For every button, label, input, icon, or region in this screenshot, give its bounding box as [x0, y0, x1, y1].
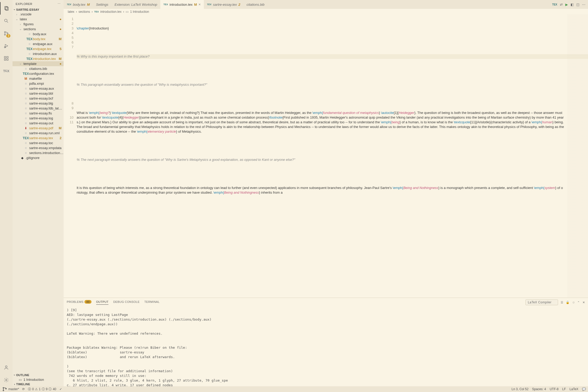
- tree-item[interactable]: ⌄latex●: [13, 17, 64, 22]
- tab-debug-console[interactable]: DEBUG CONSOLE: [113, 300, 139, 304]
- tree-item[interactable]: ≡sartre-essay.bcf: [13, 96, 64, 101]
- indentation[interactable]: Spaces: 4: [532, 387, 546, 391]
- tree-item[interactable]: ≡body.aux: [13, 32, 64, 36]
- tree-item[interactable]: ≡sartre-essay.blg: [13, 101, 64, 106]
- encoding[interactable]: UTF-8: [550, 387, 559, 391]
- svg-point-5: [4, 34, 5, 35]
- breadcrumb-item[interactable]: sections: [78, 10, 90, 14]
- check-icon[interactable]: ✓: [59, 387, 62, 391]
- breadcrumbs[interactable]: latex›sections›TEXintroduction.tex›▭1 In…: [64, 9, 588, 15]
- file-label: makefile: [29, 77, 64, 81]
- tree-item[interactable]: ›template●: [13, 61, 64, 66]
- run-debug-icon[interactable]: [0, 40, 13, 52]
- language-mode[interactable]: LaTeX: [569, 387, 578, 391]
- tree-item[interactable]: ⬇sartre-essay.pdfM: [13, 126, 64, 131]
- editor-tab[interactable]: TEXbody.texM: [64, 0, 93, 9]
- tree-item[interactable]: ≡sartre-essay.run.xml: [13, 131, 64, 136]
- timeline-section[interactable]: TIMELINE: [13, 382, 64, 386]
- file-label: sartre-essay.bbl: [29, 91, 64, 95]
- split-right-icon[interactable]: ◧: [571, 3, 574, 7]
- close-tab-icon[interactable]: ×: [199, 2, 201, 7]
- bottom-panel: PROBLEMS 49 OUTPUT DEBUG CONSOLE TERMINA…: [64, 298, 588, 386]
- tree-item[interactable]: ≡sartre-essay.fls: [13, 111, 64, 116]
- git-branch[interactable]: master*: [2, 387, 19, 392]
- lock-icon[interactable]: 🔓: [566, 301, 569, 304]
- tree-item[interactable]: ≡sartre-essay.toc: [13, 140, 64, 145]
- settings-gear-icon[interactable]: [0, 374, 13, 386]
- chevron-down-icon: [14, 373, 15, 377]
- more-icon[interactable]: ⋯: [582, 3, 585, 7]
- split-icon[interactable]: ◫: [576, 3, 579, 7]
- tree-item[interactable]: TEXbody.texM: [13, 36, 64, 41]
- tree-item[interactable]: ≡sartre-essay.aux: [13, 86, 64, 91]
- tex-action-icon[interactable]: TEX: [552, 3, 557, 6]
- editor-tab[interactable]: Extension: LaTeX Workshop: [112, 0, 161, 9]
- file-label: sartre-essay.fdb_latexmk: [29, 106, 64, 110]
- project-section[interactable]: SARTRE-ESSAY: [13, 8, 64, 12]
- tree-item[interactable]: TEXconfiguration.tex: [13, 71, 64, 76]
- tex-icon[interactable]: TEX: [0, 65, 13, 77]
- file-label: sections: [23, 27, 59, 31]
- code-content[interactable]: \chapter{Introduction} % Why is this inq…: [77, 15, 588, 298]
- compare-icon[interactable]: ⇄: [560, 3, 563, 7]
- tab-problems[interactable]: PROBLEMS 49: [67, 300, 91, 304]
- source-control-icon[interactable]: 3: [0, 27, 13, 40]
- tree-item[interactable]: ≡pdfa.xmpi: [13, 81, 64, 86]
- breadcrumb-item[interactable]: latex: [68, 10, 74, 14]
- search-icon[interactable]: [0, 15, 13, 27]
- outline-item[interactable]: ▭ 1 Introduction: [13, 377, 64, 382]
- tree-item[interactable]: ◆.gitignore: [13, 155, 64, 160]
- tex-file-icon: TEX: [23, 136, 28, 140]
- accounts-icon[interactable]: [0, 361, 13, 374]
- list-icon[interactable]: ☰: [561, 301, 563, 304]
- cursor-position[interactable]: Ln 3, Col 52: [512, 387, 529, 391]
- file-icon: ≡: [27, 42, 32, 46]
- svg-point-2: [4, 19, 7, 22]
- editor-tab[interactable]: citations.bib: [243, 0, 268, 9]
- tree-item[interactable]: ≡citations.bib: [13, 66, 64, 71]
- tree-item[interactable]: TEXsartre-essay.tex2: [13, 136, 64, 140]
- tree-item[interactable]: ≡sartre-essay.log: [13, 116, 64, 121]
- breadcrumb-item[interactable]: 1 Introduction: [130, 10, 149, 14]
- tree-item[interactable]: ›figures: [13, 22, 64, 27]
- editor-tab[interactable]: Settings: [93, 0, 112, 9]
- minimap[interactable]: [567, 15, 588, 298]
- tree-item[interactable]: ≡sartre-essay.out: [13, 121, 64, 126]
- chevron-right-icon: ›: [18, 62, 22, 65]
- breadcrumb-item[interactable]: introduction.tex: [100, 10, 121, 14]
- play-icon[interactable]: ▶: [565, 3, 568, 7]
- tab-output[interactable]: OUTPUT: [96, 300, 109, 305]
- tree-item[interactable]: ›.vscode: [13, 12, 64, 17]
- editor-tab[interactable]: TEXintroduction.texM×: [160, 0, 204, 9]
- code-editor[interactable]: 1 2 3 4 5 6 7 8 9 10 11 \chapter{Introdu…: [64, 15, 588, 298]
- tree-item[interactable]: ≡sartre-essay.fdb_latexmk: [13, 106, 64, 111]
- tree-item[interactable]: TEXintroduction.texM: [13, 56, 64, 61]
- close-panel-icon[interactable]: ✕: [583, 301, 585, 304]
- git-status: M: [59, 57, 62, 61]
- sidebar-more-icon[interactable]: ⋯: [58, 2, 61, 5]
- extensions-icon[interactable]: [0, 52, 13, 65]
- explorer-icon[interactable]: [0, 2, 13, 15]
- tree-item[interactable]: ≡sections.introduction.aux: [13, 150, 64, 155]
- tree-item[interactable]: ≡sartre-essay.bbl: [13, 91, 64, 96]
- outline-section[interactable]: OUTLINE: [13, 373, 64, 377]
- file-icon: ≡: [23, 97, 28, 100]
- tree-item[interactable]: ⌄sections●: [13, 27, 64, 32]
- tree-item[interactable]: Mmakefile: [13, 76, 64, 81]
- chevron-up-icon[interactable]: ⌃: [577, 301, 580, 304]
- clear-icon[interactable]: ⊘: [572, 301, 575, 304]
- editor-tab[interactable]: TEXsartre-essay.tex2: [204, 0, 243, 9]
- status-problems[interactable]: ⓧ 0 ⚠ 1 ⓘ 9 ⓘ 40: [28, 387, 56, 391]
- output-channel-select[interactable]: LaTeX Compiler: [525, 299, 558, 305]
- tab-terminal[interactable]: TERMINAL: [144, 300, 160, 304]
- tree-item[interactable]: ≡introduction.aux: [13, 51, 64, 56]
- tree-item[interactable]: TEXendpage.tex5: [13, 46, 64, 51]
- sync-icon[interactable]: ⟳: [22, 387, 25, 391]
- tree-item[interactable]: ≡endpage.aux: [13, 41, 64, 46]
- output-content[interactable]: ) [9] AED: lastpage setting LastPage (./…: [64, 307, 588, 386]
- eol[interactable]: LF: [562, 387, 566, 391]
- svg-line-3: [7, 22, 8, 23]
- feedback-icon[interactable]: 💬: [582, 387, 586, 391]
- tree-item[interactable]: ≡sartre-essay.xmpdata: [13, 145, 64, 150]
- svg-point-14: [6, 379, 7, 381]
